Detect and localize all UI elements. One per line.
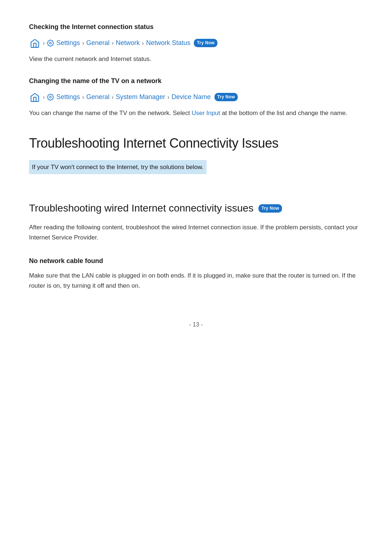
general-link[interactable]: General [86, 38, 110, 48]
settings-gear-icon-2 [47, 94, 54, 101]
section2-body: You can change the name of the TV on the… [29, 108, 363, 118]
section2-body-before-link: You can change the name of the TV on the… [29, 110, 192, 116]
network-link[interactable]: Network [116, 38, 140, 48]
separator-4: › [142, 38, 144, 48]
wired-body: After reading the following content, tro… [29, 222, 363, 243]
user-input-link[interactable]: User Input [192, 110, 220, 116]
wired-section-title: Troubleshooting wired Internet connectiv… [29, 200, 363, 217]
svg-point-0 [50, 42, 52, 44]
system-manager-link[interactable]: System Manager [116, 92, 165, 102]
breadcrumb-network-status: › Settings › General › Network › Network… [29, 37, 363, 49]
no-network-cable-body: Make sure that the LAN cable is plugged … [29, 271, 363, 291]
section1-body: View the current network and Internet st… [29, 54, 363, 64]
separator-2: › [82, 38, 84, 48]
general-link-2[interactable]: General [86, 92, 110, 102]
settings-gear-icon [47, 40, 54, 47]
section-troubleshooting: Troubleshooting Internet Connectivity Is… [29, 133, 363, 189]
troubleshooting-title: Troubleshooting Internet Connectivity Is… [29, 133, 363, 154]
section-change-name: Changing the name of the TV on a network… [29, 76, 363, 118]
svg-point-1 [50, 96, 52, 98]
separator-6: › [82, 93, 84, 102]
section-checking-internet: Checking the Internet connection status … [29, 22, 363, 64]
separator-1: › [43, 38, 45, 48]
settings-link[interactable]: Settings [56, 38, 80, 48]
settings-link-2[interactable]: Settings [56, 92, 80, 102]
device-name-link[interactable]: Device Name [171, 92, 211, 102]
page-number: - 13 - [189, 321, 203, 328]
page-footer: - 13 - [29, 320, 363, 329]
highlight-text: If your TV won't connect to the Internet… [32, 164, 204, 171]
network-status-link[interactable]: Network Status [146, 38, 190, 48]
section1-heading: Checking the Internet connection status [29, 22, 363, 32]
separator-8: › [167, 93, 169, 102]
separator-5: › [43, 93, 45, 102]
separator-7: › [112, 93, 114, 102]
no-network-cable-heading: No network cable found [29, 256, 363, 266]
section2-heading: Changing the name of the TV on a network [29, 76, 363, 86]
section2-body-after-link: at the bottom of the list and change the… [220, 110, 347, 116]
try-now-badge-3[interactable]: Try Now [258, 204, 282, 213]
wired-title-text: Troubleshooting wired Internet connectiv… [29, 200, 253, 217]
section-wired: Troubleshooting wired Internet connectiv… [29, 200, 363, 291]
breadcrumb-device-name: › Settings › General › System Manager › … [29, 91, 363, 103]
try-now-badge-1[interactable]: Try Now [194, 39, 217, 47]
try-now-badge-2[interactable]: Try Now [215, 93, 238, 101]
home-icon-2[interactable] [29, 91, 41, 103]
separator-3: › [112, 38, 114, 48]
home-icon[interactable] [29, 37, 41, 49]
highlight-bar: If your TV won't connect to the Internet… [29, 160, 207, 174]
